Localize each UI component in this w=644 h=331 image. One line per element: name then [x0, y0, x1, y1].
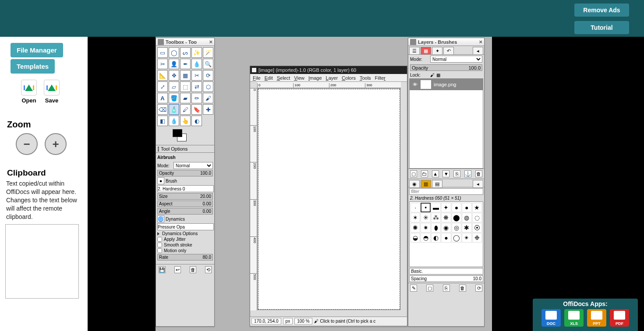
- close-icon[interactable]: ×: [209, 39, 212, 45]
- tool-rect-select[interactable]: ▭: [157, 47, 168, 58]
- toolbox-titlebar[interactable]: Toolbox - Too ×: [156, 38, 214, 46]
- spacing-slider[interactable]: Spacing 10.0: [409, 275, 483, 282]
- brush-swatch[interactable]: ❉: [472, 233, 482, 243]
- tool-paintbrush[interactable]: 🖌: [203, 93, 213, 103]
- templates-button[interactable]: Templates: [11, 59, 55, 74]
- zoom-out-button[interactable]: −: [16, 133, 38, 155]
- opacity-slider[interactable]: Opacity 100.0: [157, 170, 213, 176]
- app-pdf[interactable]: PDF: [610, 309, 629, 327]
- new-brush-icon[interactable]: ▢: [426, 285, 433, 292]
- anchor-layer-icon[interactable]: ⚓: [464, 170, 471, 177]
- close-icon[interactable]: ×: [479, 39, 482, 45]
- tab-layers[interactable]: ☰: [409, 47, 420, 55]
- expand-icon[interactable]: [157, 232, 159, 236]
- canvas[interactable]: [258, 89, 400, 310]
- tool-measure[interactable]: 📐: [157, 70, 168, 81]
- tab-gradients[interactable]: ▤: [432, 180, 442, 188]
- duplicate-brush-icon[interactable]: ⎘: [443, 285, 450, 292]
- menu-filters[interactable]: Filter: [375, 75, 386, 81]
- tool-blend[interactable]: ▰: [180, 93, 191, 103]
- tab-paths[interactable]: ✦: [432, 47, 442, 55]
- dock-handle-icon[interactable]: [158, 147, 159, 151]
- tool-color-picker[interactable]: 💧: [191, 59, 202, 69]
- menu-colors[interactable]: Colors: [342, 75, 356, 81]
- brush-filter-input[interactable]: [409, 188, 483, 195]
- brush-swatch[interactable]: ⁂: [431, 213, 441, 222]
- open-button[interactable]: Open: [21, 80, 37, 104]
- brush-swatch[interactable]: ◌: [472, 213, 482, 222]
- tool-flip[interactable]: ⇄: [191, 81, 202, 92]
- brush-swatch[interactable]: ◍: [462, 213, 471, 222]
- clipboard-textarea[interactable]: [5, 224, 79, 299]
- tool-dodge[interactable]: ◐: [191, 116, 202, 126]
- layer-opacity-slider[interactable]: Opacity 100.0: [410, 64, 482, 71]
- brush-swatch[interactable]: ⬮: [431, 223, 441, 232]
- brush-swatch[interactable]: ◒: [410, 233, 420, 243]
- brush-grid[interactable]: · • ▬ ✦ ● ● ★ ✶ ✳ ⁂ ❋ ⬤ ◍ ◌ ✺ ✷ ⬮: [409, 201, 483, 267]
- brush-swatch[interactable]: ◐: [431, 233, 441, 243]
- dynamics-icon[interactable]: 🌀: [157, 215, 164, 222]
- angle-slider[interactable]: Angle 0.00: [157, 208, 213, 215]
- tab-menu-icon[interactable]: ◂: [473, 47, 483, 55]
- edit-brush-icon[interactable]: ✎: [410, 285, 417, 292]
- brush-swatch[interactable]: ✦: [441, 203, 451, 212]
- tool-bucket[interactable]: 🪣: [169, 93, 179, 103]
- duplicate-layer-icon[interactable]: ⎘: [453, 170, 460, 177]
- ruler-vertical[interactable]: 0 100 200 300 400 500: [250, 88, 257, 310]
- tool-scale[interactable]: ⤢: [157, 81, 168, 92]
- app-doc[interactable]: DOC: [541, 309, 561, 327]
- remove-ads-button[interactable]: Remove Ads: [574, 4, 629, 17]
- layers-titlebar[interactable]: Layers - Brushes ×: [408, 38, 484, 46]
- brush-swatch[interactable]: ·: [410, 203, 420, 212]
- brush-name-field[interactable]: [157, 185, 214, 192]
- brush-swatch[interactable]: ◓: [421, 233, 430, 243]
- delete-preset-icon[interactable]: 🗑: [190, 266, 196, 273]
- reset-preset-icon[interactable]: ⟲: [205, 266, 212, 273]
- brush-swatch[interactable]: ●: [462, 203, 471, 212]
- status-zoom-select[interactable]: 100 %: [294, 318, 312, 324]
- menu-image[interactable]: Image: [308, 75, 322, 81]
- apply-jitter-checkbox[interactable]: [157, 237, 162, 242]
- tab-undo[interactable]: ↶: [443, 47, 454, 55]
- raise-layer-icon[interactable]: ▲: [432, 170, 439, 177]
- lower-layer-icon[interactable]: ▼: [442, 170, 449, 177]
- brush-preview-icon[interactable]: ●: [157, 177, 164, 184]
- brush-swatch[interactable]: ⦿: [472, 223, 482, 232]
- tool-blur[interactable]: 💧: [169, 116, 179, 126]
- dynamics-options-label[interactable]: Dynamics Options: [162, 231, 198, 236]
- tool-smudge[interactable]: 👆: [180, 116, 191, 126]
- brush-swatch[interactable]: ✳: [421, 213, 430, 222]
- tool-perspective[interactable]: ⬚: [180, 81, 191, 92]
- tool-shear[interactable]: ▱: [169, 81, 179, 92]
- zoom-in-button[interactable]: +: [45, 133, 67, 155]
- tool-fuzzy-select[interactable]: ✨: [191, 47, 202, 58]
- tool-move[interactable]: ✥: [169, 70, 179, 81]
- brush-swatch[interactable]: •: [421, 203, 430, 212]
- layer-row[interactable]: 👁 image.png: [410, 79, 483, 90]
- file-manager-button[interactable]: File Manager: [11, 43, 63, 57]
- brush-swatch[interactable]: ●: [441, 233, 451, 243]
- layer-list[interactable]: 👁 image.png: [409, 78, 483, 169]
- color-swatches[interactable]: [173, 129, 214, 145]
- brush-swatch[interactable]: ✴: [462, 233, 471, 243]
- tutorial-button[interactable]: Tutorial: [574, 21, 629, 34]
- mode-select[interactable]: Normal: [173, 162, 213, 169]
- delete-brush-icon[interactable]: 🗑: [459, 285, 466, 292]
- tool-scissors[interactable]: ✂: [157, 59, 168, 69]
- ruler-horizontal[interactable]: 0 100 200 300: [257, 82, 401, 88]
- tool-foreground[interactable]: 👤: [169, 59, 179, 69]
- menu-file[interactable]: File: [253, 75, 261, 81]
- brush-swatch[interactable]: ▬: [431, 203, 441, 212]
- size-slider[interactable]: Size 20.00: [157, 193, 213, 200]
- brush-swatch[interactable]: ★: [472, 203, 482, 212]
- tool-free-select[interactable]: ᔕ: [180, 47, 191, 58]
- brush-swatch[interactable]: ❋: [441, 213, 451, 222]
- brush-swatch[interactable]: ✱: [462, 223, 471, 232]
- tool-text[interactable]: A: [157, 93, 168, 103]
- brush-swatch[interactable]: ✺: [410, 223, 420, 232]
- smooth-stroke-checkbox[interactable]: [157, 243, 162, 247]
- visibility-icon[interactable]: 👁: [412, 82, 418, 87]
- tool-airbrush[interactable]: 🧴: [169, 104, 179, 115]
- image-titlebar[interactable]: [image] (imported)-1.0 (RGB color, 1 lay…: [250, 66, 407, 74]
- menu-layer[interactable]: Layer: [326, 75, 338, 81]
